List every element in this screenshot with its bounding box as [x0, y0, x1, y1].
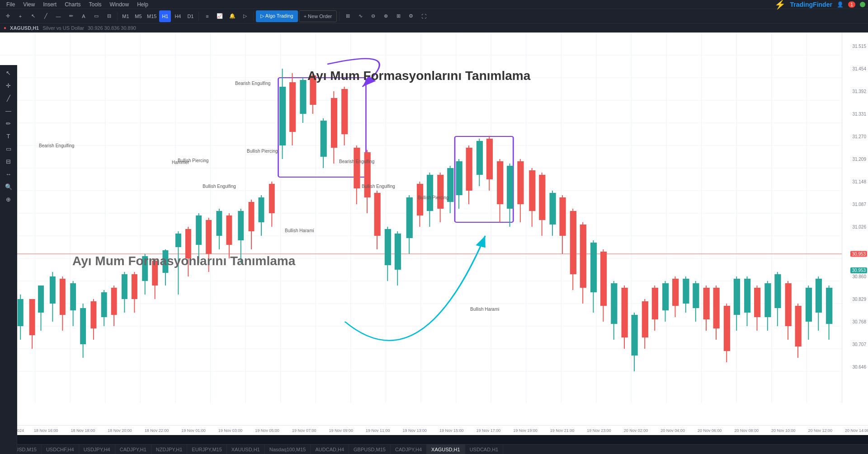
algo-trading-btn[interactable]: ▷ Algo Trading [256, 10, 297, 22]
tab-eurjpy-m15[interactable]: EURJPY,M15 [187, 445, 226, 454]
svg-rect-80 [216, 211, 222, 236]
zoom-out-btn[interactable]: ⊖ [367, 10, 379, 22]
price-31026: 31.026 [852, 225, 866, 229]
svg-rect-138 [507, 166, 513, 209]
zoom-left[interactable]: 🔍 [2, 181, 15, 192]
cursor-tool[interactable]: ↖ [27, 10, 39, 22]
bar-chart-btn[interactable]: ⊞ [342, 10, 354, 22]
sep1 [117, 12, 118, 21]
tab-nasdaq-m15[interactable]: Nasdaq100,M15 [265, 445, 311, 454]
menu-charts[interactable]: Charts [61, 0, 84, 9]
svg-rect-64 [132, 274, 137, 299]
svg-rect-200 [826, 288, 832, 324]
svg-rect-56 [90, 301, 96, 328]
svg-rect-170 [672, 279, 679, 306]
svg-rect-103 [331, 98, 337, 148]
price-31392: 31.392 [852, 89, 866, 94]
time-15: 19 Nov 19:00 [513, 428, 538, 433]
tf-m15[interactable]: M15 [145, 10, 158, 22]
settings-btn[interactable]: ⚙ [405, 10, 417, 22]
draw-tool[interactable]: ✏ [65, 10, 77, 22]
add-tool[interactable]: + [14, 10, 26, 22]
shape-tool[interactable]: ▭ [90, 10, 102, 22]
user-icon[interactable]: 👤 [837, 1, 844, 8]
crosshair-left[interactable]: ✛ [2, 80, 15, 91]
text-tool[interactable]: A [78, 10, 90, 22]
tab-usdcad-h1[interactable]: USDCAD,H1 [465, 445, 504, 454]
fib-left[interactable]: ⊟ [2, 155, 15, 167]
svg-rect-180 [724, 306, 730, 351]
tab-nzdjpy-h1[interactable]: NZDJPY,H1 [151, 445, 187, 454]
fullscreen-btn[interactable]: ⛶ [418, 10, 429, 22]
chart-type-btn[interactable]: ≡ [201, 10, 213, 22]
time-4: 18 Nov 20:00 [108, 428, 132, 433]
magnet-left[interactable]: ⊕ [2, 193, 15, 205]
measure-left[interactable]: ↔ [2, 168, 15, 180]
svg-rect-50 [60, 279, 66, 315]
label-bullish-piercing-1: Bullish Piercing [247, 149, 278, 154]
svg-rect-54 [80, 308, 86, 344]
svg-rect-68 [152, 261, 158, 286]
menu-window[interactable]: Window [106, 0, 133, 9]
price-31270: 31.270 [852, 134, 866, 139]
menu-file[interactable]: File [3, 0, 19, 9]
svg-rect-172 [683, 279, 689, 304]
svg-rect-111 [374, 193, 381, 236]
crosshair-tool[interactable]: ✛ [2, 10, 14, 22]
tf-h4[interactable]: H4 [172, 10, 184, 22]
fib-tool[interactable]: ⊟ [103, 10, 115, 22]
hline-left[interactable]: — [2, 105, 15, 117]
new-order-btn[interactable]: + New Order [299, 10, 337, 22]
svg-rect-90 [269, 184, 275, 213]
time-18: 20 Nov 02:00 [624, 428, 648, 433]
svg-rect-82 [226, 215, 232, 245]
line-chart-btn[interactable]: ∿ [354, 10, 366, 22]
chart-svg [0, 33, 842, 403]
label-bullish-engulfing: Bullish Engulfing [362, 184, 395, 189]
alerts-btn[interactable]: 🔔 [226, 10, 238, 22]
tab-xauusd-h1[interactable]: XAUUSD,H1 [227, 445, 265, 454]
price-31454: 31.454 [852, 66, 866, 71]
time-16: 19 Nov 21:00 [550, 428, 575, 433]
price-31209: 31.209 [852, 157, 866, 162]
trendline-left[interactable]: ╱ [2, 92, 15, 104]
tf-m5[interactable]: M5 [132, 10, 144, 22]
tf-h1[interactable]: H1 [159, 10, 171, 22]
tf-d1[interactable]: D1 [184, 10, 196, 22]
price-30768: 30.768 [852, 319, 866, 324]
tab-audcad-h4[interactable]: AUDCAD,H4 [311, 445, 349, 454]
tab-cadjpy-h1[interactable]: CADJPY,H1 [115, 445, 151, 454]
replay-btn[interactable]: ▷ [239, 10, 251, 22]
svg-rect-150 [570, 211, 576, 274]
svg-rect-162 [632, 315, 638, 356]
price-30860: 30.860 [852, 274, 866, 279]
menu-view[interactable]: View [19, 0, 38, 9]
tab-usdjpy-h4[interactable]: USDJPY,H4 [79, 445, 115, 454]
tab-gbpusd-m15[interactable]: GBPUSD,M15 [349, 445, 391, 454]
grid-btn[interactable]: ⊞ [392, 10, 404, 22]
time-8: 19 Nov 05:00 [255, 428, 279, 433]
cursor-tool-left[interactable]: ↖ [2, 67, 15, 79]
text-left[interactable]: T [2, 130, 15, 142]
pencil-left[interactable]: ✏ [2, 117, 15, 129]
svg-rect-66 [142, 256, 148, 281]
tab-usdchf-h4[interactable]: USDCHF,H4 [42, 445, 79, 454]
line-tool[interactable]: ╱ [40, 10, 52, 22]
menu-help[interactable]: Help [133, 0, 152, 9]
sep3 [253, 12, 254, 21]
hline-tool[interactable]: — [52, 10, 64, 22]
svg-rect-184 [744, 279, 750, 313]
tf-m1[interactable]: M1 [120, 10, 132, 22]
svg-rect-164 [642, 301, 648, 337]
tab-cadjpy-h4[interactable]: CADJPY,H4 [391, 445, 427, 454]
zoom-in-btn[interactable]: ⊕ [380, 10, 392, 22]
shape-left[interactable]: ▭ [2, 143, 15, 154]
indicators-btn[interactable]: 📈 [214, 10, 226, 22]
svg-rect-126 [455, 136, 513, 222]
menu-insert[interactable]: Insert [39, 0, 60, 9]
menu-tools[interactable]: Tools [85, 0, 105, 9]
price-31331: 31.331 [852, 112, 866, 117]
tab-xagusd-h1[interactable]: XAGUSD,H1 [427, 445, 465, 454]
svg-rect-105 [341, 89, 348, 134]
main-layout: ↖ ✛ ╱ — ✏ T ▭ ⊟ ↔ 🔍 ⊕ [0, 33, 868, 454]
